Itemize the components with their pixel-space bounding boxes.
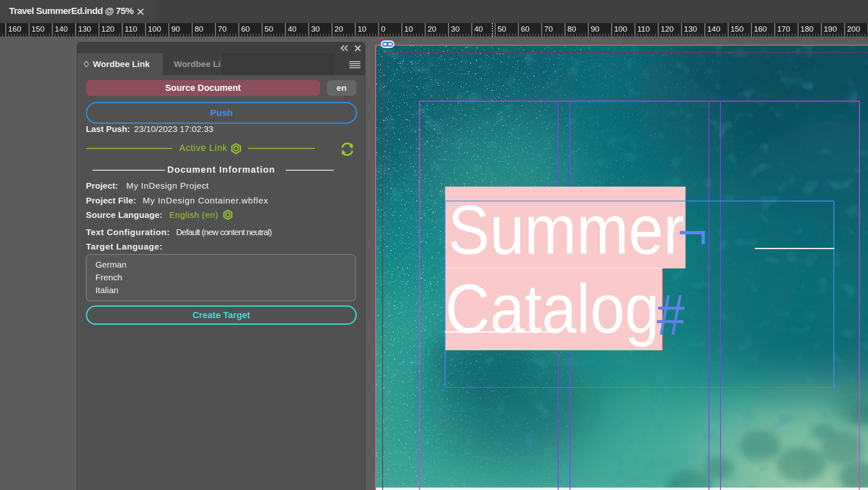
svg-text:10: 10	[358, 25, 366, 33]
svg-text:160: 160	[8, 25, 21, 33]
svg-text:30: 30	[311, 25, 320, 33]
svg-text:20: 20	[335, 25, 343, 33]
svg-text:130: 130	[78, 25, 91, 33]
svg-text:30: 30	[451, 25, 459, 33]
svg-text:190: 190	[824, 25, 837, 33]
svg-text:10: 10	[404, 25, 413, 33]
svg-text:60: 60	[521, 25, 529, 33]
svg-text:20: 20	[427, 25, 436, 33]
svg-text:150: 150	[32, 25, 45, 33]
svg-text:110: 110	[637, 25, 650, 33]
svg-text:80: 80	[568, 25, 576, 33]
svg-text:50: 50	[498, 25, 506, 33]
svg-text:150: 150	[731, 25, 744, 33]
svg-text:140: 140	[707, 25, 720, 33]
svg-text:0: 0	[381, 25, 386, 33]
svg-text:170: 170	[777, 25, 790, 33]
svg-text:110: 110	[125, 25, 137, 33]
svg-text:120: 120	[102, 25, 115, 33]
svg-text:200: 200	[847, 25, 860, 33]
svg-text:40: 40	[474, 25, 483, 33]
svg-text:70: 70	[218, 25, 226, 33]
svg-text:90: 90	[591, 25, 599, 33]
svg-text:160: 160	[754, 25, 767, 33]
svg-text:60: 60	[241, 25, 250, 33]
svg-text:120: 120	[660, 25, 674, 33]
svg-text:80: 80	[194, 25, 203, 33]
svg-text:100: 100	[148, 25, 161, 33]
svg-text:180: 180	[801, 25, 814, 33]
svg-text:140: 140	[55, 25, 68, 33]
svg-text:90: 90	[171, 25, 180, 33]
svg-text:130: 130	[684, 25, 697, 33]
svg-text:40: 40	[288, 25, 296, 33]
svg-text:70: 70	[544, 25, 553, 33]
svg-text:50: 50	[265, 25, 273, 33]
svg-text:100: 100	[614, 25, 627, 33]
